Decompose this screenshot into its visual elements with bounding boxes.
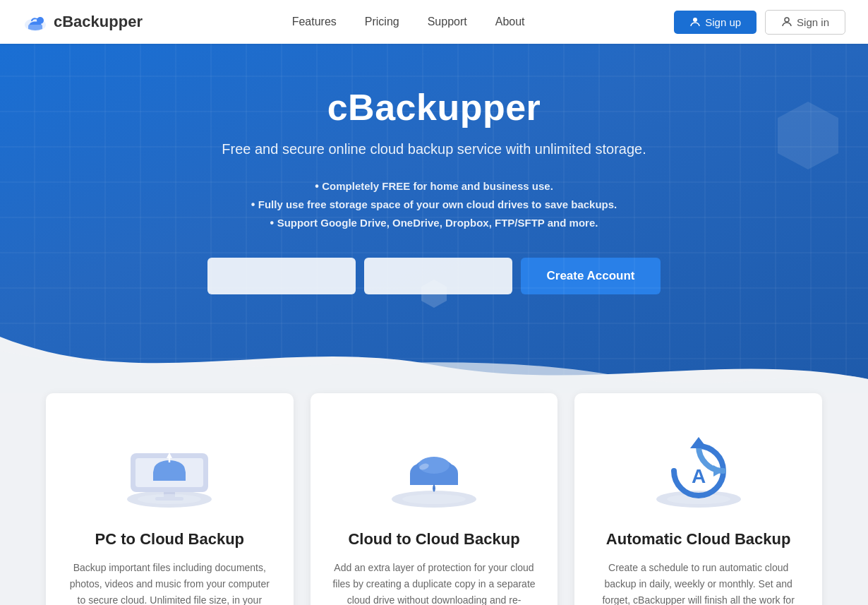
svg-point-17	[138, 494, 201, 504]
svg-point-1	[37, 17, 44, 24]
card-cloud-to-cloud: Cloud to Cloud Backup Add an extra layer…	[311, 393, 558, 605]
signin-person-icon	[781, 16, 792, 28]
nav-links: Features Pricing Support About	[292, 16, 525, 28]
hero-hex-bottom	[421, 279, 447, 309]
nav-pricing[interactable]: Pricing	[365, 16, 399, 28]
hero-feature-1: Completely FREE for home and business us…	[14, 180, 854, 193]
card-cloud-cloud-title: Cloud to Cloud Backup	[348, 530, 519, 549]
brand-name: cBackupper	[54, 13, 143, 31]
navbar: cBackupper Features Pricing Support Abou…	[0, 0, 868, 44]
email-input[interactable]	[207, 258, 356, 294]
card-pc-cloud-title: PC to Cloud Backup	[95, 530, 244, 549]
cards-section: PC to Cloud Backup Backup important file…	[0, 393, 868, 605]
auto-cloud-icon: A	[642, 421, 755, 513]
nav-actions: Sign up Sign in	[674, 10, 845, 35]
svg-rect-14	[153, 472, 186, 481]
wave-divider	[0, 337, 868, 393]
brand-logo[interactable]: cBackupper	[23, 9, 143, 35]
card-auto-cloud-title: Automatic Cloud Backup	[606, 530, 791, 549]
card-cloud-cloud-desc: Add an extra layer of protection for you…	[330, 560, 538, 605]
hero-title: cBackupper	[14, 86, 854, 128]
cards-grid: PC to Cloud Backup Backup important file…	[46, 393, 822, 605]
svg-marker-4	[778, 102, 838, 169]
card-pc-cloud-desc: Backup important files including documen…	[66, 560, 274, 605]
cloud-cloud-icon	[378, 421, 490, 513]
nav-about[interactable]: About	[495, 16, 525, 28]
hero-features: Completely FREE for home and business us…	[14, 180, 854, 229]
signup-button[interactable]: Sign up	[674, 11, 757, 34]
nav-features[interactable]: Features	[292, 16, 337, 28]
svg-point-3	[785, 18, 789, 22]
card-auto-cloud-icon-area: A	[642, 421, 755, 513]
signin-button[interactable]: Sign in	[765, 10, 845, 35]
svg-point-2	[693, 18, 697, 22]
card-pc-to-cloud: PC to Cloud Backup Backup important file…	[46, 393, 294, 605]
svg-point-19	[402, 494, 466, 504]
hero-feature-2: Fully use free storage space of your own…	[14, 198, 854, 211]
svg-marker-5	[421, 280, 447, 308]
svg-text:A: A	[692, 465, 706, 487]
hero-subtitle: Free and secure online cloud backup serv…	[14, 141, 854, 157]
card-pc-cloud-icon-area	[113, 421, 226, 513]
hero-feature-3: Support Google Drive, OneDrive, Dropbox,…	[14, 217, 854, 229]
hero-hex-right	[776, 100, 840, 171]
person-icon	[689, 16, 701, 28]
pc-cloud-icon	[113, 421, 226, 513]
nav-support[interactable]: Support	[428, 16, 467, 28]
svg-rect-23	[410, 474, 458, 485]
card-cloud-cloud-icon-area	[378, 421, 490, 513]
brand-icon	[23, 9, 48, 35]
card-auto-cloud-desc: Create a schedule to run automatic cloud…	[594, 560, 802, 605]
svg-marker-28	[690, 437, 707, 448]
create-account-button[interactable]: Create Account	[521, 258, 660, 294]
card-auto-cloud: A Automatic Cloud Backup Create a schedu…	[574, 393, 822, 605]
